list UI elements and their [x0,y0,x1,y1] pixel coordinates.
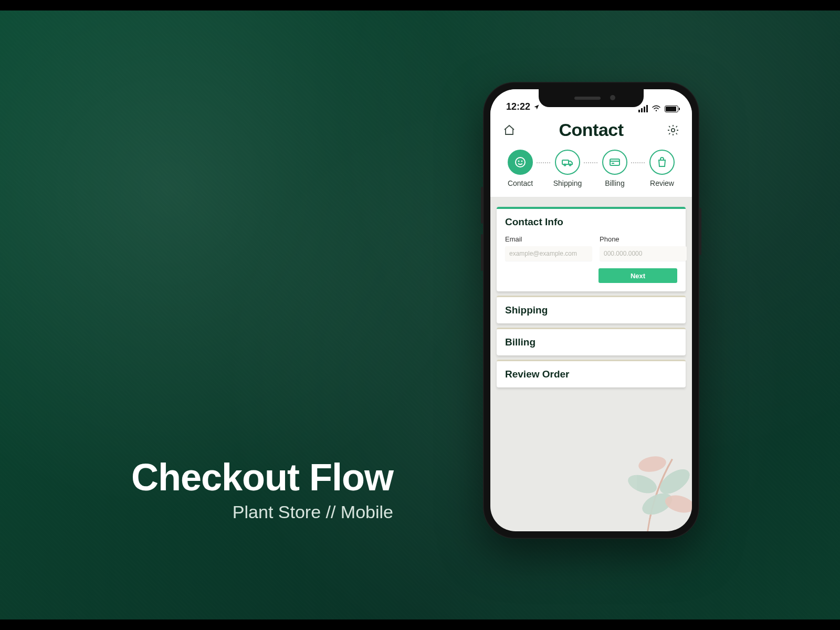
phone-input[interactable] [600,246,687,261]
gear-icon [667,124,679,136]
card-icon [608,156,621,169]
phone-notch [539,89,644,107]
home-button[interactable] [502,123,517,138]
email-input[interactable] [505,246,592,261]
background [0,0,840,630]
hero-text: Checkout Flow Plant Store // Mobile [131,456,393,522]
card-title: Contact Info [497,209,686,235]
svg-point-13 [626,471,659,497]
smiley-icon [514,156,527,169]
letterbox [0,0,840,10]
svg-point-2 [516,158,525,167]
step-label: Billing [605,179,624,187]
svg-point-0 [656,110,657,111]
step-label: Shipping [553,179,582,187]
letterbox [0,620,840,630]
shipping-card[interactable]: Shipping [497,296,686,323]
battery-icon [665,106,678,112]
signal-icon [638,105,648,112]
svg-point-15 [637,454,667,474]
phone-screen: 12:22 Contact Contact [490,89,692,531]
bag-icon [656,156,668,169]
wifi-icon [652,105,661,112]
phone-field-group: Phone [600,235,687,261]
step-billing[interactable]: Billing [594,150,635,187]
hero-subtitle: Plant Store // Mobile [131,502,393,522]
truck-icon [561,156,574,169]
status-time: 12:22 [506,101,530,112]
location-icon [533,104,540,110]
svg-point-1 [671,128,675,131]
page-title: Contact [559,120,623,140]
app-header: Contact [490,114,692,148]
step-contact[interactable]: Contact [500,150,541,187]
contact-info-card: Contact Info Email Phone Next [497,207,686,291]
step-label: Review [650,179,674,187]
phone-label: Phone [600,235,687,243]
home-icon [503,124,516,136]
leaf-decoration [597,432,692,531]
review-order-card[interactable]: Review Order [497,360,686,387]
checkout-content: Contact Info Email Phone Next [490,197,692,531]
checkout-stepper: Contact Shipping Billing Review [490,148,692,197]
settings-button[interactable] [666,123,680,138]
email-field-group: Email [505,235,592,261]
svg-rect-8 [610,159,620,165]
billing-card[interactable]: Billing [497,328,686,355]
step-label: Contact [508,179,533,187]
svg-point-3 [519,161,519,162]
phone-frame: 12:22 Contact Contact [483,82,699,539]
hero-title: Checkout Flow [131,456,393,499]
step-review[interactable]: Review [642,150,682,187]
next-button[interactable]: Next [598,268,677,283]
svg-point-4 [522,161,522,162]
email-label: Email [505,235,592,243]
step-shipping[interactable]: Shipping [547,150,588,187]
